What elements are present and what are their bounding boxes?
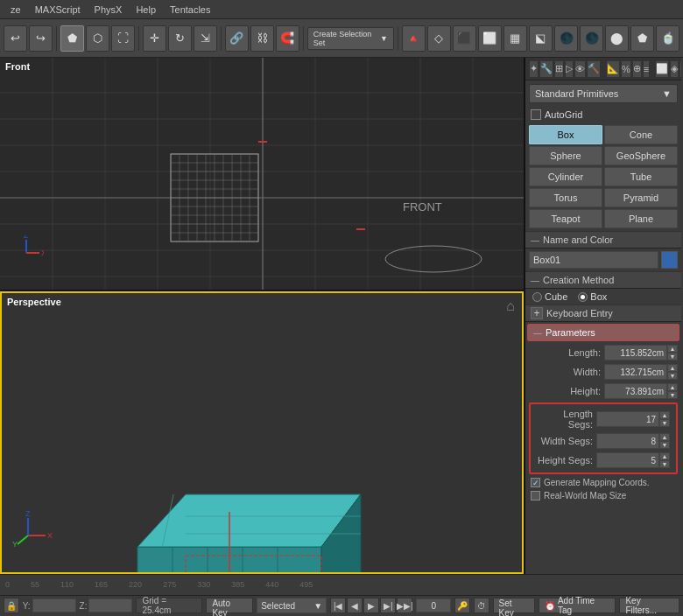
autogrid-checkbox[interactable] bbox=[531, 109, 541, 120]
time-config-button[interactable]: ⏱ bbox=[474, 598, 489, 613]
scale-button[interactable]: ⇲ bbox=[194, 25, 217, 52]
snap-button[interactable]: 🔺 bbox=[402, 25, 426, 52]
snap-extra-icon[interactable]: ≡ bbox=[643, 60, 650, 78]
torus-button[interactable]: Torus bbox=[529, 188, 602, 207]
color-swatch[interactable] bbox=[661, 251, 678, 269]
selected-dropdown[interactable]: Selected ▼ bbox=[257, 598, 327, 613]
cube-radio[interactable]: Cube bbox=[532, 291, 567, 302]
sphere-button[interactable]: Sphere bbox=[529, 146, 602, 165]
go-end-button[interactable]: ▶▶| bbox=[397, 598, 412, 613]
geosphere-button[interactable]: GeoSphere bbox=[604, 146, 678, 165]
z-input[interactable] bbox=[88, 598, 132, 612]
play-button[interactable]: ▶ bbox=[363, 598, 379, 613]
extras4-button[interactable]: ⬟ bbox=[630, 25, 654, 52]
menu-tentacles[interactable]: Tentacles bbox=[163, 3, 217, 17]
length-spin-up[interactable]: ▲ bbox=[667, 345, 678, 353]
viewport-front[interactable]: Front bbox=[0, 58, 524, 291]
next-frame-button[interactable]: ▶| bbox=[380, 598, 396, 613]
extras2-button[interactable]: 🌑 bbox=[580, 25, 603, 52]
height-segs-input[interactable] bbox=[596, 452, 659, 468]
set-key-button[interactable]: Set Key bbox=[493, 598, 535, 613]
lock-icon[interactable]: 🔒 bbox=[4, 598, 19, 613]
create-icon[interactable]: ✦ bbox=[529, 60, 539, 78]
add-time-tag-button[interactable]: ⏰ Add Time Tag bbox=[539, 598, 616, 613]
layers-button[interactable]: ⬕ bbox=[529, 25, 553, 52]
prev-frame-button[interactable]: ◀ bbox=[347, 598, 363, 613]
width-spin-up[interactable]: ▲ bbox=[667, 364, 678, 372]
home-icon[interactable]: ⌂ bbox=[506, 298, 515, 314]
object-name-input[interactable] bbox=[529, 251, 658, 269]
menu-maxscript[interactable]: MAXScript bbox=[28, 3, 88, 17]
move-button[interactable]: ✛ bbox=[143, 25, 166, 52]
width-spin-down[interactable]: ▼ bbox=[667, 372, 678, 380]
width-input[interactable] bbox=[604, 364, 667, 380]
effects-icon[interactable]: ✺ bbox=[679, 60, 681, 78]
length-segs-spin-down[interactable]: ▼ bbox=[659, 419, 670, 427]
creation-method-header[interactable]: — Creation Method bbox=[525, 271, 681, 289]
name-color-header[interactable]: — Name and Color bbox=[525, 231, 681, 248]
material-button[interactable]: ◇ bbox=[427, 25, 451, 52]
create-selection-set-dropdown[interactable]: Create Selection Set ▼ bbox=[307, 27, 394, 50]
bind-button[interactable]: 🧲 bbox=[276, 25, 299, 52]
width-segs-spin-up[interactable]: ▲ bbox=[659, 433, 670, 441]
render-button[interactable]: ⬛ bbox=[453, 25, 476, 52]
rotate-button[interactable]: ↻ bbox=[168, 25, 192, 52]
key-filters-button[interactable]: Key Filters... bbox=[619, 598, 679, 613]
extras5-button[interactable]: 🍵 bbox=[656, 25, 679, 52]
modify-icon[interactable]: 🔧 bbox=[539, 60, 553, 78]
plane-button[interactable]: Plane bbox=[604, 209, 678, 228]
keyboard-entry-plus-icon[interactable]: + bbox=[531, 307, 543, 319]
snap-percent-icon[interactable]: % bbox=[621, 60, 631, 78]
array-button[interactable]: ▦ bbox=[503, 25, 527, 52]
menu-help[interactable]: Help bbox=[129, 3, 163, 17]
frame-input[interactable] bbox=[416, 598, 451, 612]
teapot-button[interactable]: Teapot bbox=[529, 209, 602, 228]
menu-ze[interactable]: ze bbox=[4, 3, 28, 17]
motion-icon[interactable]: ▷ bbox=[565, 60, 574, 78]
box-radio[interactable]: Box bbox=[578, 291, 607, 302]
go-start-button[interactable]: |◀ bbox=[330, 598, 346, 613]
env-icon[interactable]: ◈ bbox=[670, 60, 679, 78]
length-spin-down[interactable]: ▼ bbox=[667, 353, 678, 360]
real-world-checkbox[interactable] bbox=[531, 491, 540, 500]
extras1-button[interactable]: 🌑 bbox=[554, 25, 578, 52]
gen-mapping-checkbox[interactable] bbox=[531, 478, 540, 487]
snap-angle-icon[interactable]: 📐 bbox=[606, 60, 620, 78]
parameters-header[interactable]: — Parameters bbox=[527, 324, 679, 341]
utilities-icon[interactable]: 🔨 bbox=[587, 60, 601, 78]
height-spin-down[interactable]: ▼ bbox=[667, 391, 678, 399]
width-segs-spin-down[interactable]: ▼ bbox=[659, 441, 670, 449]
height-segs-spin-down[interactable]: ▼ bbox=[659, 460, 670, 468]
render-quick-icon[interactable]: ⬜ bbox=[655, 60, 669, 78]
height-segs-spin-up[interactable]: ▲ bbox=[659, 452, 670, 460]
select-region-button[interactable]: ⬡ bbox=[86, 25, 109, 52]
undo-button[interactable]: ↩ bbox=[4, 25, 27, 52]
select-button[interactable]: ⬟ bbox=[60, 25, 84, 52]
unlink-button[interactable]: ⛓ bbox=[250, 25, 274, 52]
redo-button[interactable]: ↪ bbox=[29, 25, 53, 52]
hierarchy-icon[interactable]: ⊞ bbox=[554, 60, 564, 78]
display-icon[interactable]: 👁 bbox=[574, 60, 586, 78]
primitives-dropdown[interactable]: Standard Primitives ▼ bbox=[529, 84, 678, 103]
auto-key-button[interactable]: Auto Key bbox=[206, 598, 253, 613]
key-mode-button[interactable]: 🔑 bbox=[454, 598, 470, 613]
keyboard-entry-header[interactable]: + Keyboard Entry bbox=[525, 304, 681, 322]
snap-spinner-icon[interactable]: ⊕ bbox=[632, 60, 642, 78]
pyramid-button[interactable]: Pyramid bbox=[604, 188, 678, 207]
length-segs-input[interactable] bbox=[596, 411, 659, 427]
length-segs-spin-up[interactable]: ▲ bbox=[659, 411, 670, 419]
length-input[interactable] bbox=[604, 345, 667, 360]
cone-button[interactable]: Cone bbox=[604, 125, 678, 144]
menu-physx[interactable]: PhysX bbox=[88, 3, 130, 17]
y-input[interactable] bbox=[32, 598, 76, 612]
tube-button[interactable]: Tube bbox=[604, 167, 678, 186]
filter-button[interactable]: ⛶ bbox=[111, 25, 135, 52]
height-spin-up[interactable]: ▲ bbox=[667, 383, 678, 391]
extras3-button[interactable]: ⬤ bbox=[605, 25, 629, 52]
viewport-perspective[interactable]: Perspective ⌂ bbox=[0, 291, 524, 574]
height-input[interactable] bbox=[604, 383, 667, 399]
cylinder-button[interactable]: Cylinder bbox=[529, 167, 602, 186]
mirror-button[interactable]: ⬜ bbox=[478, 25, 502, 52]
link-button[interactable]: 🔗 bbox=[225, 25, 249, 52]
width-segs-input[interactable] bbox=[596, 433, 659, 449]
